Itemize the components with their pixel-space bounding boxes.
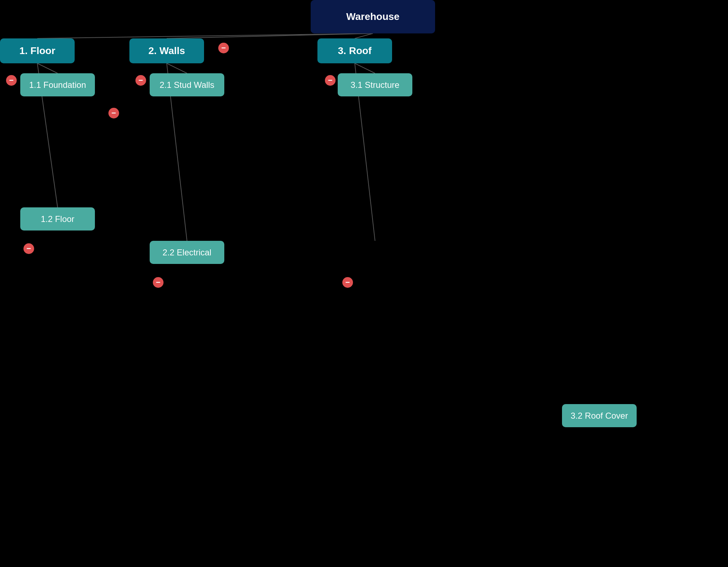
minus-roof-cover-icon[interactable]: − — [342, 277, 353, 288]
walls-node[interactable]: 2. Walls — [129, 38, 204, 63]
structure-node[interactable]: 3.1 Structure — [338, 73, 412, 96]
svg-line-5 — [167, 63, 187, 73]
minus-structure-icon[interactable]: − — [325, 75, 336, 86]
minus-foundation-icon[interactable]: − — [6, 75, 17, 86]
minus-electrical-icon[interactable]: − — [153, 277, 164, 288]
floor-node[interactable]: 1. Floor — [0, 38, 75, 63]
svg-line-3 — [37, 63, 58, 73]
stud-walls-node[interactable]: 2.1 Stud Walls — [150, 73, 224, 96]
floor2-node[interactable]: 1.2 Floor — [20, 207, 95, 230]
roof-cover-node[interactable]: 3.2 Roof Cover — [562, 404, 637, 427]
minus-floor2-icon[interactable]: − — [23, 243, 34, 254]
minus-roof-top-icon[interactable]: − — [108, 108, 119, 118]
root-node[interactable]: Warehouse — [311, 0, 435, 33]
svg-line-1 — [167, 33, 373, 38]
minus-stud-walls-icon[interactable]: − — [135, 75, 146, 86]
svg-line-7 — [355, 63, 375, 73]
minus-walls-top-icon[interactable]: − — [218, 43, 229, 53]
electrical-node[interactable]: 2.2 Electrical — [150, 241, 224, 264]
svg-line-2 — [355, 33, 373, 38]
roof-node[interactable]: 3. Roof — [317, 38, 392, 63]
foundation-node[interactable]: 1.1 Foundation — [20, 73, 95, 96]
svg-line-0 — [37, 33, 373, 38]
